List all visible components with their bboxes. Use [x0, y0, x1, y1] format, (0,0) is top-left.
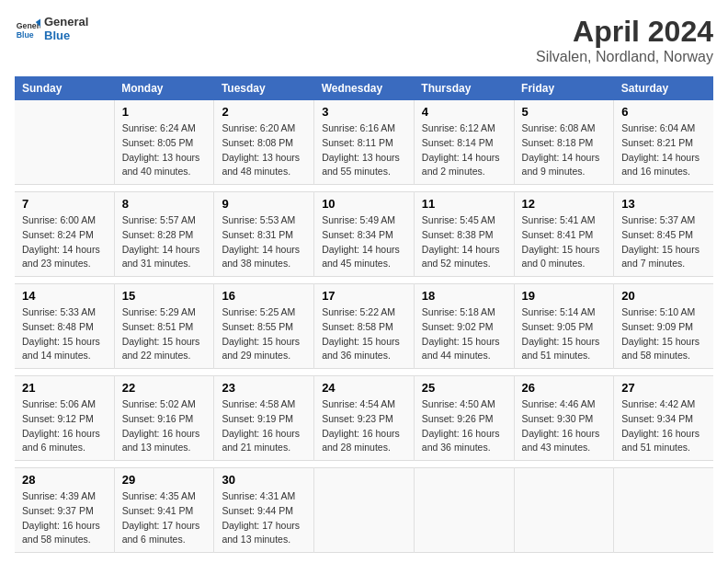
weekday-header-saturday: Saturday — [614, 76, 713, 100]
calendar-cell: 17Sunrise: 5:22 AMSunset: 8:58 PMDayligh… — [314, 284, 415, 369]
day-info-line: and 29 minutes. — [222, 350, 290, 361]
day-info-line: Sunset: 9:12 PM — [22, 413, 94, 424]
week-row-3: 14Sunrise: 5:33 AMSunset: 8:48 PMDayligh… — [15, 284, 713, 369]
day-info-line: Sunset: 8:24 PM — [22, 229, 94, 240]
day-info-line: Sunrise: 5:57 AM — [122, 214, 196, 225]
day-info-line: Sunrise: 5:22 AM — [322, 306, 395, 317]
day-info-line: Sunrise: 6:00 AM — [22, 214, 96, 225]
day-info-line: and 7 minutes. — [621, 258, 685, 269]
day-info-line: Sunrise: 5:14 AM — [522, 306, 596, 317]
day-number: 18 — [422, 289, 506, 303]
day-info-line: Sunset: 9:41 PM — [122, 505, 194, 516]
day-info-line: Sunrise: 5:10 AM — [621, 306, 695, 317]
calendar-cell: 10Sunrise: 5:49 AMSunset: 8:34 PMDayligh… — [314, 192, 415, 277]
calendar-cell: 30Sunrise: 4:31 AMSunset: 9:44 PMDayligh… — [214, 468, 314, 553]
day-number: 26 — [522, 381, 607, 395]
day-info-line: Daylight: 16 hours — [621, 428, 700, 439]
day-info: Sunrise: 6:20 AMSunset: 8:08 PMDaylight:… — [222, 121, 306, 179]
day-info-line: Sunset: 8:08 PM — [222, 137, 293, 148]
day-info-line: Sunset: 9:05 PM — [522, 321, 594, 332]
calendar-cell: 15Sunrise: 5:29 AMSunset: 8:51 PMDayligh… — [114, 284, 214, 369]
day-info-line: Sunrise: 6:04 AM — [621, 122, 695, 133]
day-info-line: Sunset: 8:34 PM — [322, 229, 393, 240]
week-row-2: 7Sunrise: 6:00 AMSunset: 8:24 PMDaylight… — [15, 192, 713, 277]
day-info-line: and 58 minutes. — [621, 350, 690, 361]
day-info: Sunrise: 5:57 AMSunset: 8:28 PMDaylight:… — [122, 213, 207, 271]
day-info-line: Sunset: 9:26 PM — [422, 413, 494, 424]
day-info-line: Sunrise: 5:29 AM — [122, 306, 196, 317]
day-info-line: and 22 minutes. — [122, 350, 191, 361]
day-info: Sunrise: 4:54 AMSunset: 9:23 PMDaylight:… — [322, 397, 406, 455]
day-number: 12 — [522, 197, 607, 211]
day-info-line: Daylight: 15 hours — [422, 336, 500, 347]
day-info-line: Daylight: 16 hours — [222, 428, 300, 439]
calendar-cell: 9Sunrise: 5:53 AMSunset: 8:31 PMDaylight… — [214, 192, 314, 277]
day-number: 28 — [22, 473, 107, 487]
calendar-cell — [614, 468, 713, 553]
day-info-line: Sunset: 8:55 PM — [222, 321, 293, 332]
day-info-line: Daylight: 16 hours — [22, 428, 100, 439]
day-info-line: Sunset: 9:16 PM — [122, 413, 194, 424]
day-info-line: Sunset: 8:48 PM — [22, 321, 94, 332]
day-info-line: Sunset: 9:37 PM — [22, 505, 94, 516]
logo-icon: General Blue — [15, 16, 40, 41]
day-info: Sunrise: 5:18 AMSunset: 9:02 PMDaylight:… — [422, 305, 506, 363]
day-info-line: Sunset: 8:05 PM — [122, 137, 194, 148]
day-info: Sunrise: 4:35 AMSunset: 9:41 PMDaylight:… — [122, 489, 207, 547]
calendar-cell: 20Sunrise: 5:10 AMSunset: 9:09 PMDayligh… — [614, 284, 713, 369]
day-info: Sunrise: 5:33 AMSunset: 8:48 PMDaylight:… — [22, 305, 107, 363]
day-info-line: Daylight: 15 hours — [522, 336, 600, 347]
day-info: Sunrise: 5:41 AMSunset: 8:41 PMDaylight:… — [522, 213, 607, 271]
day-number: 7 — [22, 197, 107, 211]
day-info-line: Daylight: 16 hours — [422, 428, 500, 439]
calendar-cell: 19Sunrise: 5:14 AMSunset: 9:05 PMDayligh… — [514, 284, 614, 369]
day-info-line: Daylight: 14 hours — [22, 244, 100, 255]
day-info-line: Sunrise: 6:24 AM — [122, 122, 196, 133]
day-number: 1 — [122, 105, 207, 119]
calendar-cell: 28Sunrise: 4:39 AMSunset: 9:37 PMDayligh… — [15, 468, 114, 553]
week-row-5: 28Sunrise: 4:39 AMSunset: 9:37 PMDayligh… — [15, 468, 713, 553]
day-info-line: and 31 minutes. — [122, 258, 191, 269]
day-info-line: Daylight: 15 hours — [322, 336, 400, 347]
day-number: 30 — [222, 473, 306, 487]
day-info-line: Sunrise: 5:33 AM — [22, 306, 96, 317]
weekday-header-sunday: Sunday — [15, 76, 114, 100]
day-info-line: Sunset: 9:44 PM — [222, 505, 293, 516]
calendar-cell: 5Sunrise: 6:08 AMSunset: 8:18 PMDaylight… — [514, 100, 614, 185]
day-info-line: Sunset: 8:41 PM — [522, 229, 594, 240]
day-info-line: Sunrise: 5:53 AM — [222, 214, 295, 225]
day-info-line: Daylight: 16 hours — [522, 428, 600, 439]
day-info-line: Sunset: 8:38 PM — [422, 229, 494, 240]
day-info-line: Sunset: 8:18 PM — [522, 137, 594, 148]
day-number: 11 — [422, 197, 506, 211]
weekday-header-wednesday: Wednesday — [314, 76, 415, 100]
svg-text:Blue: Blue — [17, 30, 34, 40]
day-info-line: Sunrise: 4:50 AM — [422, 398, 495, 409]
day-info: Sunrise: 4:39 AMSunset: 9:37 PMDaylight:… — [22, 489, 107, 547]
day-number: 20 — [621, 289, 706, 303]
day-info-line: Daylight: 16 hours — [122, 428, 200, 439]
day-number: 14 — [22, 289, 107, 303]
day-info-line: Sunset: 8:28 PM — [122, 229, 194, 240]
calendar-cell: 29Sunrise: 4:35 AMSunset: 9:41 PMDayligh… — [114, 468, 214, 553]
day-info-line: Sunset: 9:30 PM — [522, 413, 594, 424]
calendar-cell: 22Sunrise: 5:02 AMSunset: 9:16 PMDayligh… — [114, 376, 214, 461]
day-info-line: Daylight: 17 hours — [222, 520, 300, 531]
day-info-line: Daylight: 14 hours — [621, 152, 700, 163]
day-number: 13 — [621, 197, 706, 211]
day-info-line: Sunrise: 5:41 AM — [522, 214, 596, 225]
calendar-cell: 23Sunrise: 4:58 AMSunset: 9:19 PMDayligh… — [214, 376, 314, 461]
day-number: 22 — [122, 381, 207, 395]
day-info: Sunrise: 5:45 AMSunset: 8:38 PMDaylight:… — [422, 213, 506, 271]
day-number: 24 — [322, 381, 406, 395]
day-number: 27 — [621, 381, 706, 395]
calendar-cell: 8Sunrise: 5:57 AMSunset: 8:28 PMDaylight… — [114, 192, 214, 277]
calendar-cell — [514, 468, 614, 553]
calendar-cell: 25Sunrise: 4:50 AMSunset: 9:26 PMDayligh… — [414, 376, 514, 461]
day-info-line: and 13 minutes. — [222, 534, 290, 545]
day-info-line: and 28 minutes. — [322, 442, 391, 453]
day-info-line: and 36 minutes. — [322, 350, 391, 361]
day-info-line: Sunrise: 4:31 AM — [222, 490, 295, 501]
day-number: 19 — [522, 289, 607, 303]
calendar-cell: 6Sunrise: 6:04 AMSunset: 8:21 PMDaylight… — [614, 100, 713, 185]
